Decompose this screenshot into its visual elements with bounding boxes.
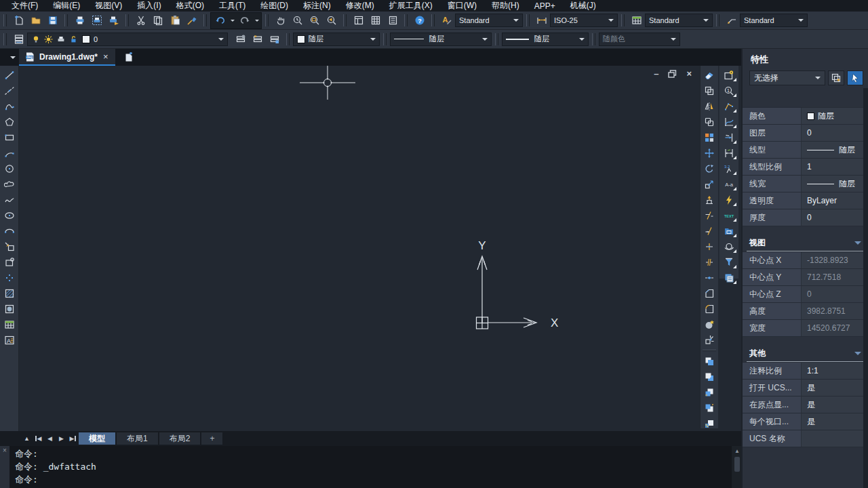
new-drawing-tab-button[interactable] [121,51,137,64]
property-value[interactable]: 是 [802,413,868,430]
toolbar-grip[interactable] [404,14,408,26]
first-tab-button[interactable]: ◀ [33,435,43,442]
tab-layout1[interactable]: 布局1 [117,432,158,445]
text-style-manager-button[interactable]: A [438,13,455,28]
open-drawing-button[interactable] [27,13,44,28]
properties-palette-button[interactable] [350,13,367,28]
arc-button[interactable] [1,145,18,161]
dim-style-manager-button[interactable] [533,13,550,28]
linetype-select[interactable]: 随层 [390,33,492,46]
property-value[interactable]: 1 [802,159,868,175]
menu-modify[interactable]: 修改(M) [338,0,382,12]
construction-line-button[interactable] [1,83,18,98]
menu-draw[interactable]: 绘图(D) [253,0,296,12]
toolbar-grip[interactable] [203,14,207,26]
insert-block-button[interactable] [1,239,18,254]
menu-file[interactable]: 文件(F) [4,0,45,12]
design-center-button[interactable] [367,13,384,28]
selection-filter-select[interactable]: 无选择 [749,70,825,85]
minimize-doc-button[interactable]: – [654,70,658,78]
add-layout-button[interactable]: + [201,432,222,445]
toolbar-grip[interactable] [621,14,625,26]
toolbar-grip[interactable] [125,14,129,26]
menu-edit[interactable]: 编辑(E) [45,0,87,12]
spline-button[interactable] [1,192,18,207]
toolbar-grip[interactable] [383,33,387,45]
plot-preview-button[interactable] [88,13,105,28]
select-objects-button[interactable] [847,70,863,85]
drawing-tab[interactable]: dwg Drawing1.dwg* × [19,49,115,66]
text-tools-button[interactable]: TEXT [721,207,737,223]
dimension-edit-button[interactable] [721,129,737,145]
plot-button[interactable] [71,13,88,28]
make-block-button[interactable] [1,254,18,270]
purge-button[interactable] [721,254,737,270]
restore-doc-button[interactable] [668,70,677,78]
polyline-edit-button[interactable] [721,98,737,114]
drawing-canvas[interactable]: – × Y X [19,66,700,431]
bring-to-front-button[interactable] [701,353,717,369]
match-properties-button[interactable] [183,13,200,28]
text-case-button[interactable]: A-a [721,176,737,192]
property-value[interactable]: 1:1 [802,363,868,379]
toolbar-grip[interactable] [592,33,595,45]
break-at-point-button[interactable] [701,239,717,254]
image-adjust-button[interactable] [721,67,737,83]
zoom-realtime-button[interactable] [289,13,306,28]
menu-window[interactable]: 窗口(W) [440,0,484,12]
ellipse-arc-button[interactable] [1,223,18,239]
tool-palettes-button[interactable] [384,13,401,28]
dimension-align-button[interactable] [721,145,737,161]
send-to-back-button[interactable] [701,369,717,384]
table-style-select[interactable]: Standard [645,14,713,27]
lineweight-select[interactable]: 随层 [502,33,589,46]
menu-format[interactable]: 格式(O) [169,0,212,12]
layer-previous-button[interactable] [249,31,266,47]
region-button[interactable] [701,317,717,332]
save-button[interactable] [44,13,61,28]
offset-button[interactable] [701,114,717,129]
revision-cloud-button[interactable] [1,176,18,192]
close-command-button[interactable]: × [3,447,7,488]
layer-states-button[interactable] [232,31,249,47]
explode-button[interactable] [701,332,717,348]
copy-button[interactable] [149,13,166,28]
toolbar-grip[interactable] [3,14,7,26]
block-library-button[interactable] [721,223,737,239]
ellipse-button[interactable] [1,207,18,223]
bring-above-objects-button[interactable] [701,384,717,400]
menu-insert[interactable]: 插入(I) [130,0,168,12]
property-value[interactable]: ByLayer [802,192,868,209]
toolbar-grip[interactable] [286,33,290,45]
dim-style-select[interactable]: ISO-25 [550,14,618,27]
close-doc-button[interactable]: × [686,70,692,78]
polyline-button[interactable] [1,98,18,114]
copy-design-button[interactable] [721,270,737,285]
property-value[interactable]: 0 [802,125,868,141]
hatch-button[interactable] [1,285,18,301]
send-under-objects-button[interactable] [701,400,717,415]
layer-properties-button[interactable] [10,31,27,47]
menu-dimension[interactable]: 标注(N) [296,0,338,12]
menu-help[interactable]: 帮助(H) [484,0,527,12]
undo-history-button[interactable] [229,13,236,28]
property-value[interactable]: 随层 [802,108,868,124]
tab-model[interactable]: 模型 [79,432,115,445]
publish-button[interactable] [105,13,122,28]
panel-scrollbar-track[interactable] [863,88,868,488]
table-button[interactable] [1,317,18,332]
property-value[interactable]: 是 [802,396,868,413]
redo-button[interactable] [236,13,253,28]
section-header-view[interactable]: 视图 [747,235,864,251]
command-history[interactable]: 命令: 命令: _dwfattach 命令: 命令: [9,446,732,488]
mirror-button[interactable] [701,98,717,114]
fillet-button[interactable] [701,301,717,317]
table-style-manager-button[interactable] [628,13,645,28]
mleader-style-select[interactable]: Standard [740,14,808,27]
mtext-button[interactable]: A [1,332,18,348]
property-value[interactable]: 0 [802,209,868,226]
move-button[interactable] [701,145,717,161]
section-header-other[interactable]: 其他 [747,345,864,362]
property-value[interactable]: 随层 [802,176,868,192]
toolbar-grip[interactable] [716,14,719,26]
